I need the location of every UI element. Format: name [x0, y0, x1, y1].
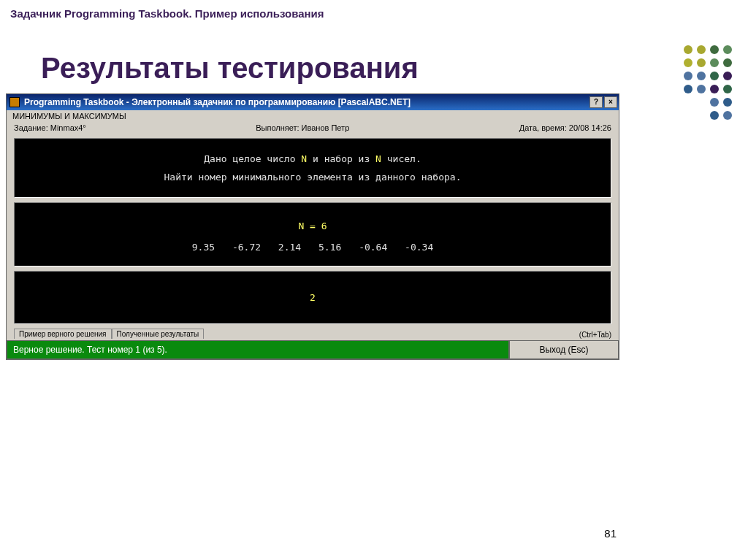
titlebar: Programming Taskbook - Электронный задач…	[7, 94, 619, 110]
tab-hint: (Ctrl+Tab)	[579, 331, 611, 339]
taskbook-window: Programming Taskbook - Электронный задач…	[6, 93, 619, 360]
problem-line-2: Найти номер минимального элемента из дан…	[20, 172, 605, 183]
slide-header: Задачник Programming Taskbook. Пример ис…	[0, 0, 748, 20]
output-answer: 2	[20, 292, 605, 303]
page-number: 81	[604, 527, 617, 540]
slide-title: Результаты тестирования	[0, 20, 748, 91]
problem-line-1: Дано целое число N и набор из N чисел.	[20, 153, 605, 164]
var-n: N	[301, 153, 307, 164]
user-label: Выполняет: Иванов Петр	[256, 123, 349, 132]
tab-example[interactable]: Пример верного решения	[14, 329, 112, 339]
problem-panel: Дано целое число N и набор из N чисел. Н…	[14, 138, 611, 198]
var-n: N	[375, 153, 381, 164]
input-n: N = 6	[20, 220, 605, 231]
window-title: Programming Taskbook - Электронный задач…	[24, 97, 411, 107]
help-button[interactable]: ?	[589, 96, 603, 108]
datetime-label: Дата, время: 20/08 14:26	[519, 123, 611, 132]
decorative-dots	[684, 45, 732, 120]
app-icon	[9, 97, 20, 107]
input-values: 9.35 -6.72 2.14 5.16 -0.64 -0.34	[20, 242, 605, 253]
status-message: Верное решение. Тест номер 1 (из 5).	[7, 340, 509, 359]
section-label: МИНИМУМЫ И МАКСИМУМЫ	[7, 110, 619, 122]
input-panel: N = 6 9.35 -6.72 2.14 5.16 -0.64 -0.34	[14, 202, 611, 266]
task-label: Задание: Minmax4°	[14, 123, 86, 132]
close-button[interactable]: ×	[604, 96, 617, 108]
output-panel: 2	[14, 271, 611, 324]
tab-results[interactable]: Полученные результаты	[112, 329, 205, 339]
exit-button[interactable]: Выход (Esc)	[509, 340, 619, 359]
